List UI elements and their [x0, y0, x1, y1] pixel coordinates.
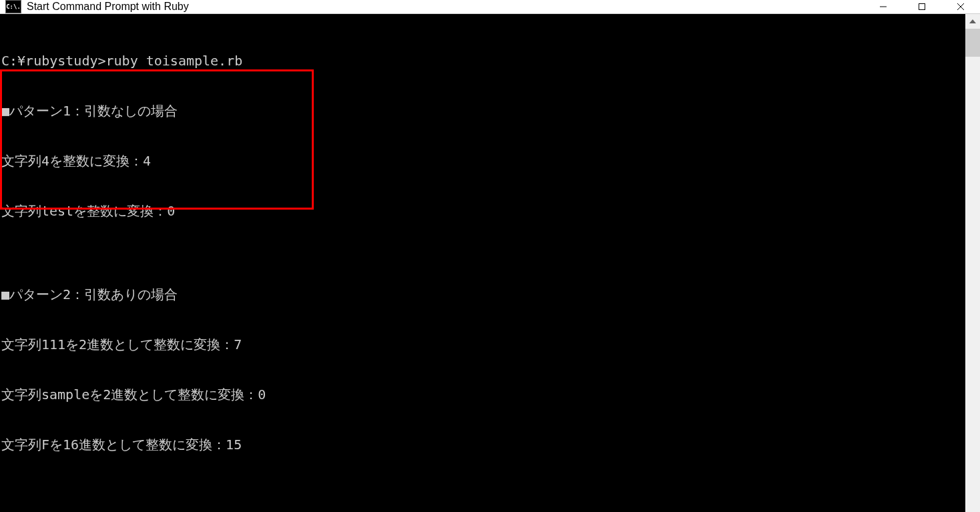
svg-rect-1 — [919, 4, 925, 10]
vertical-scrollbar[interactable] — [965, 14, 980, 512]
terminal-output[interactable]: C:¥rubystudy>ruby toisample.rb ■パターン1：引数… — [0, 14, 965, 512]
window-title: Start Command Prompt with Ruby — [27, 1, 864, 13]
minimize-icon — [879, 3, 887, 11]
maximize-icon — [918, 3, 926, 11]
close-button[interactable] — [941, 0, 980, 13]
terminal-line: 文字列4を整数に変換：4 — [1, 153, 965, 170]
terminal-container: C:¥rubystudy>ruby toisample.rb ■パターン1：引数… — [0, 14, 980, 512]
terminal-line: C:¥rubystudy>ruby toisample.rb — [1, 53, 965, 69]
close-icon — [957, 3, 965, 11]
chevron-up-icon — [969, 19, 976, 23]
scroll-thumb[interactable] — [965, 29, 980, 57]
terminal-line: 文字列testを整数に変換：0 — [1, 203, 965, 220]
terminal-line: 文字列111を2進数として整数に変換：7 — [1, 336, 965, 353]
terminal-line: 文字列Fを16進数として整数に変換：15 — [1, 437, 965, 453]
window-titlebar: C:\. Start Command Prompt with Ruby — [0, 0, 980, 14]
app-icon: C:\. — [5, 0, 21, 13]
maximize-button[interactable] — [903, 0, 941, 13]
terminal-line: ■パターン2：引数ありの場合 — [1, 286, 965, 303]
scroll-track[interactable] — [965, 29, 980, 512]
highlight-annotation — [0, 69, 314, 210]
terminal-line: ■パターン1：引数なしの場合 — [1, 103, 965, 119]
window-controls — [864, 0, 980, 13]
minimize-button[interactable] — [864, 0, 903, 13]
scroll-up-button[interactable] — [965, 14, 980, 29]
terminal-line: 文字列sampleを2進数として整数に変換：0 — [1, 387, 965, 403]
